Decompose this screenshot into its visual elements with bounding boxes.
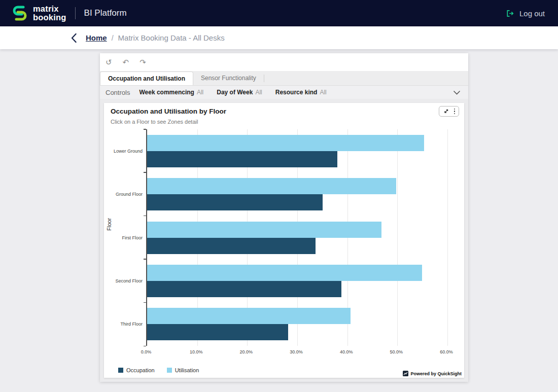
legend-label: Occupation [126,367,155,373]
tab-occupation-and-utilisation[interactable]: Occupation and Utilisation [100,72,193,85]
breadcrumb: Home / Matrix Booking Data - All Desks [0,26,558,49]
legend-item-occupation[interactable]: Occupation [118,367,155,373]
redo-button[interactable]: ↷ [140,58,146,66]
undo-icon: ↶ [123,58,129,66]
bar-utilisation-third-floor[interactable] [147,308,351,324]
bar-occupation-second-floor[interactable] [147,281,341,297]
tabstrip: Occupation and UtilisationSensor Functio… [100,71,468,85]
x-axis-tick-label: 0.0% [141,349,152,354]
bar-utilisation-first-floor[interactable] [147,222,381,238]
powered-by-quicksight: Powered by QuickSight [401,370,464,377]
bar-groups [147,129,450,346]
bar-group-first-floor [147,216,450,259]
controls-bar: Controls Week commencingAllDay of WeekAl… [100,85,468,99]
bar-group-ground-floor [147,172,450,216]
x-axis-tick-label: 20.0% [240,349,253,354]
filter-resource-kind[interactable]: Resource kindAll [275,89,327,96]
x-axis-tick-label: 10.0% [190,349,203,354]
bar-group-third-floor [147,303,450,346]
y-axis-label-first-floor: First Floor [104,216,143,259]
kebab-icon [454,109,456,115]
navbar: matrix booking BI Platform Log out [0,0,558,26]
filter-value: All [255,89,262,96]
legend-swatch [118,368,123,373]
x-axis-tick-label: 60.0% [440,349,453,354]
back-button[interactable] [71,33,77,43]
filter-value: All [320,89,326,96]
quicksight-icon [403,371,408,376]
logout-button[interactable]: Log out [505,9,545,18]
filter-value: All [197,89,203,96]
legend-item-utilisation[interactable]: Utilisation [167,367,199,373]
bar-group-lower-ground [147,129,450,172]
plot-area [146,129,450,346]
nav-divider [75,7,76,19]
breadcrumb-separator: / [112,34,114,42]
tab-sensor-functionality[interactable]: Sensor Functionality [193,72,264,85]
product-name: BI Platform [84,8,127,18]
bar-utilisation-second-floor[interactable] [147,265,422,281]
x-axis-tick-label: 50.0% [390,349,403,354]
chart-options-button[interactable] [451,109,458,115]
filter-name: Week commencing [139,89,194,96]
controls-collapse-button[interactable] [453,90,461,95]
tab-divider [264,75,264,82]
quicksight-embed: ↺↶↷ Occupation and UtilisationSensor Fun… [100,53,468,382]
breadcrumb-home-link[interactable]: Home [86,33,107,42]
matrix-booking-logo-icon [11,4,28,23]
legend-label: Utilisation [175,367,199,373]
filter-name: Day of Week [217,89,253,96]
chart-subtitle: Click on a Floor to see Zones detail [111,119,198,125]
undo-button[interactable]: ↶ [123,58,129,66]
filter-day-of-week[interactable]: Day of WeekAll [217,89,262,96]
bar-occupation-first-floor[interactable] [147,238,316,254]
page-body: ↺↶↷ Occupation and UtilisationSensor Fun… [0,49,558,392]
powered-by-label: Powered by QuickSight [410,371,462,376]
x-axis-tick-label: 40.0% [340,349,353,354]
chart-title: Occupation and Utilisation by Floor [111,108,226,115]
breadcrumb-current: Matrix Booking Data - All Desks [118,33,225,42]
filter-name: Resource kind [275,89,318,96]
controls-label: Controls [106,89,130,96]
y-axis-labels: Lower GroundGround FloorFirst FloorSecon… [104,129,143,346]
y-axis-label-third-floor: Third Floor [104,303,143,346]
chart-card: Occupation and Utilisation by Floor Clic… [104,103,464,378]
y-axis-label-lower-ground: Lower Ground [104,129,143,172]
reset-icon: ↺ [106,58,112,66]
x-axis-labels: 0.0%10.0%20.0%30.0%40.0%50.0%60.0% [146,349,450,355]
bar-utilisation-lower-ground[interactable] [147,135,424,151]
bar-occupation-third-floor[interactable] [147,324,288,340]
collapse-icon [443,109,449,115]
reset-button[interactable]: ↺ [106,58,112,66]
chart-collapse-button[interactable] [440,109,451,115]
brand: matrix booking [11,4,66,23]
filter-week-commencing[interactable]: Week commencingAll [139,89,203,96]
legend-swatch [167,368,172,373]
logout-label: Log out [519,9,545,18]
chevron-left-icon [71,33,77,43]
dashboard-toolbar: ↺↶↷ [100,53,468,71]
embed-body: Occupation and Utilisation by Floor Clic… [100,99,468,382]
x-axis-tick-label: 30.0% [290,349,303,354]
brand-wordmark: matrix booking [33,5,66,22]
chart-menu-group [439,106,460,117]
bar-utilisation-ground-floor[interactable] [147,178,396,194]
logout-icon [505,9,515,18]
bar-occupation-lower-ground[interactable] [147,151,337,167]
legend: OccupationUtilisation [118,367,199,373]
redo-icon: ↷ [140,58,146,66]
y-axis-label-second-floor: Second Floor [104,259,143,302]
bar-occupation-ground-floor[interactable] [147,194,323,210]
y-axis-label-ground-floor: Ground Floor [104,172,143,216]
chevron-down-icon [453,90,461,95]
bar-group-second-floor [147,259,450,302]
